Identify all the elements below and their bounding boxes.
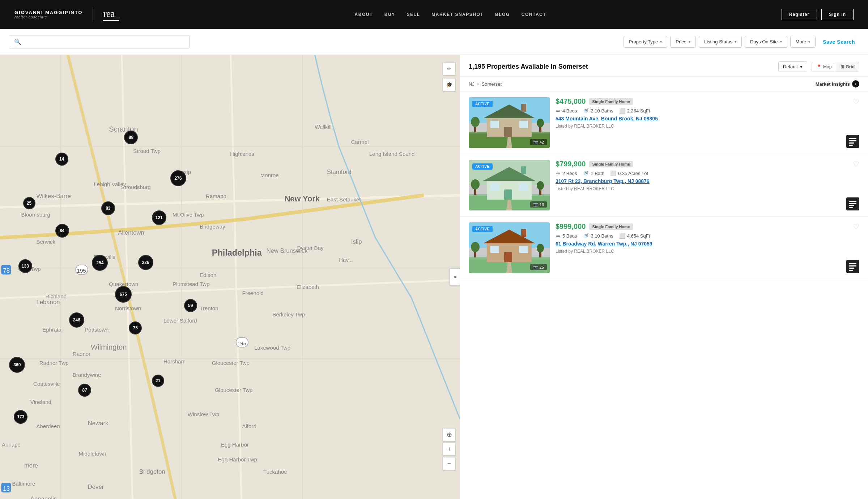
svg-text:Ephrata: Ephrata — [42, 327, 61, 333]
svg-rect-106 — [849, 142, 854, 144]
favorite-button[interactable]: ♡ — [853, 160, 859, 169]
svg-text:Dover: Dover — [88, 483, 104, 490]
map-school-tool[interactable]: 🎓 — [443, 78, 456, 91]
svg-rect-115 — [519, 183, 528, 191]
svg-text:Berkeley Twp: Berkeley Twp — [272, 311, 305, 317]
breadcrumb-state[interactable]: NJ — [469, 81, 475, 87]
svg-text:Highlands: Highlands — [230, 151, 254, 157]
map-draw-tool[interactable]: ✏ — [443, 62, 456, 75]
image-count-number: 25 — [540, 265, 544, 269]
listing-status-arrow: ▾ — [735, 40, 736, 44]
search-input[interactable] — [25, 39, 184, 45]
svg-text:78: 78 — [3, 267, 10, 274]
logo-text: GIOVANNI MAGGIPINTO realtor associate — [14, 10, 82, 19]
filter-group: Property Type ▾ Price ▾ Listing Status ▾… — [194, 36, 859, 48]
broker-logo — [846, 135, 859, 148]
nav-about[interactable]: ABOUT — [355, 12, 373, 17]
svg-text:Mt Olive Twp: Mt Olive Twp — [173, 212, 204, 218]
svg-rect-95 — [490, 121, 499, 128]
map-cluster[interactable]: 121 — [152, 210, 166, 225]
map-cluster[interactable]: 21 — [152, 375, 164, 387]
register-button[interactable]: Register — [782, 9, 817, 20]
property-type-arrow: ▾ — [660, 40, 662, 44]
map-cluster[interactable]: 83 — [101, 201, 115, 215]
search-input-wrapper[interactable]: 🔍 — [9, 35, 190, 48]
listings-section: 1,195 Properties Available In Somerset D… — [460, 55, 868, 499]
svg-text:Bloomsburg: Bloomsburg — [21, 212, 50, 218]
svg-text:195: 195 — [77, 268, 86, 274]
zoom-out-button[interactable]: − — [443, 457, 456, 470]
map-cluster[interactable]: 675 — [115, 286, 132, 303]
sqft-icon: ⬜ — [619, 233, 625, 239]
baths-value: 3.10 Baths — [591, 233, 613, 239]
sqft-icon: ⬜ — [619, 108, 625, 114]
svg-text:East Setauket: East Setauket — [327, 196, 361, 202]
camera-icon: 📷 — [533, 140, 538, 144]
map-cluster[interactable]: 59 — [184, 299, 197, 312]
map-cluster[interactable]: 14 — [55, 153, 68, 166]
listing-address[interactable]: 543 Mountain Ave, Bound Brook, NJ 08805 — [556, 116, 841, 121]
zoom-in-button[interactable]: + — [443, 443, 456, 456]
svg-text:Elizabeth: Elizabeth — [297, 284, 319, 290]
listing-address[interactable]: 61 Broadway Rd, Warren Twp., NJ 07059 — [556, 241, 841, 247]
more-arrow: ▾ — [808, 40, 810, 44]
grid-view-button[interactable]: ⊞ Grid — [836, 62, 859, 72]
favorite-button[interactable]: ♡ — [853, 222, 859, 231]
sqft-value: 0.35 Acres Lot — [618, 171, 648, 176]
baths-spec: 🚿 1 Bath — [583, 170, 604, 176]
nav-sell[interactable]: SELL — [407, 12, 420, 17]
listing-info: $999,000 Single Family Home 🛏 5 Beds 🚿 3… — [556, 222, 841, 273]
days-on-site-filter[interactable]: Days On Site ▾ — [745, 36, 787, 48]
image-count-number: 42 — [540, 140, 544, 144]
map-cluster[interactable]: 75 — [129, 321, 142, 334]
save-search-button[interactable]: Save Search — [818, 36, 859, 48]
search-bar: 🔍 Property Type ▾ Price ▾ Listing Status… — [0, 29, 868, 55]
svg-text:Richland: Richland — [46, 293, 67, 299]
map-cluster[interactable]: 88 — [124, 131, 138, 144]
property-type-filter[interactable]: Property Type ▾ — [624, 36, 668, 48]
svg-rect-142 — [849, 263, 856, 264]
sqft-icon: ⬜ — [610, 170, 616, 176]
default-sort-arrow: ▾ — [800, 64, 803, 69]
market-insights-arrow: › — [852, 80, 859, 88]
favorite-button[interactable]: ♡ — [853, 97, 859, 106]
listing-image-wrapper: Active 📷 42 — [469, 97, 550, 148]
listing-status-filter[interactable]: Listing Status ▾ — [699, 36, 742, 48]
market-insights-link[interactable]: Market Insights › — [816, 80, 859, 88]
svg-rect-107 — [849, 145, 853, 146]
more-label: More — [796, 39, 807, 44]
map-cluster[interactable]: 276 — [170, 170, 186, 186]
listing-type-badge: Single Family Home — [589, 161, 633, 167]
svg-rect-134 — [519, 246, 528, 253]
nav-buy[interactable]: BUY — [384, 12, 395, 17]
listing-agent: Listed by REAL BROKER LLC — [556, 249, 841, 254]
price-filter[interactable]: Price ▾ — [670, 36, 696, 48]
svg-text:Annapo: Annapo — [2, 442, 21, 448]
location-button[interactable]: ⊕ — [443, 428, 456, 441]
map-cluster[interactable]: 254 — [92, 255, 108, 271]
listing-image-wrapper: Active 📷 13 — [469, 160, 550, 210]
svg-text:Coatesville: Coatesville — [33, 381, 60, 387]
map-cluster[interactable]: 25 — [23, 197, 35, 209]
signin-button[interactable]: Sign In — [821, 9, 854, 20]
map-cluster[interactable]: 226 — [138, 255, 153, 270]
view-toggle: 📍 Map ⊞ Grid — [812, 62, 859, 72]
nav-contact[interactable]: CONTACT — [522, 12, 546, 17]
map-cluster[interactable]: 133 — [18, 259, 32, 273]
map-cluster[interactable]: 246 — [69, 312, 84, 328]
listing-address[interactable]: 3107 Rt 22, Branchburg Twp., NJ 08876 — [556, 178, 841, 184]
bath-icon: 🚿 — [583, 170, 589, 176]
image-count: 📷 42 — [530, 139, 547, 145]
svg-text:Gloucester Twp: Gloucester Twp — [215, 387, 252, 393]
map-expand-button[interactable]: » — [450, 268, 460, 286]
map-cluster[interactable]: 84 — [55, 224, 69, 238]
default-sort-select[interactable]: Default ▾ — [778, 61, 807, 72]
nav-market-snapshot[interactable]: MARKET SNAPSHOT — [431, 12, 484, 17]
logo-subtitle: realtor associate — [14, 15, 82, 19]
more-filter[interactable]: More ▾ — [790, 36, 816, 48]
map-view-button[interactable]: 📍 Map — [812, 62, 836, 72]
breadcrumb-location[interactable]: Somerset — [481, 81, 502, 87]
map-cluster[interactable]: 87 — [78, 384, 91, 397]
nav-blog[interactable]: BLOG — [495, 12, 510, 17]
listing-specs: 🛏 5 Beds 🚿 3.10 Baths ⬜ 4,654 SqFt — [556, 233, 841, 239]
